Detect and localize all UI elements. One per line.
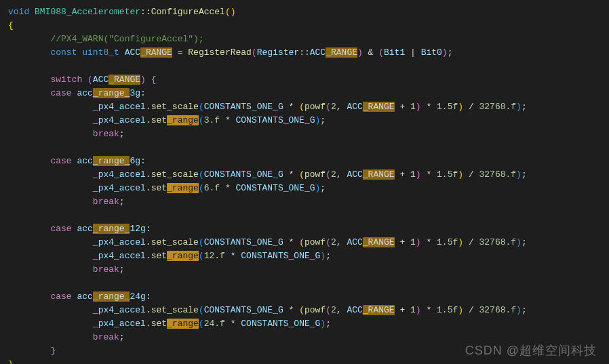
search-highlight: _RANGE bbox=[109, 75, 140, 85]
code-line: const uint8_t ACC_RANGE = RegisterRead(R… bbox=[8, 46, 609, 60]
search-highlight: _RANGE bbox=[363, 305, 395, 315]
code-line: _px4_accel.set_scale(CONSTANTS_ONE_G * (… bbox=[8, 168, 609, 182]
search-highlight-current: _range bbox=[167, 115, 199, 125]
code-line: switch (ACC_RANGE) { bbox=[8, 73, 609, 87]
code-line: //PX4_WARN("ConfigureAccel"); bbox=[8, 33, 609, 46]
code-line: _px4_accel.set_scale(CONSTANTS_ONE_G * (… bbox=[8, 304, 609, 317]
code-line: case acc_range_12g: bbox=[8, 222, 609, 236]
code-line: break; bbox=[8, 331, 609, 344]
search-highlight: _range_ bbox=[93, 156, 130, 166]
search-highlight-current: _range bbox=[167, 183, 199, 193]
code-editor[interactable]: void BMI088_Accelerometer::ConfigureAcce… bbox=[8, 5, 609, 364]
code-line: case acc_range_24g: bbox=[8, 290, 609, 304]
code-line: _px4_accel.set_scale(CONSTANTS_ONE_G * (… bbox=[8, 100, 609, 114]
search-highlight: _RANGE bbox=[140, 47, 172, 58]
search-highlight: _RANGE bbox=[363, 102, 395, 112]
code-line: void BMI088_Accelerometer::ConfigureAcce… bbox=[8, 5, 609, 19]
code-line bbox=[8, 277, 609, 290]
code-line: break; bbox=[8, 263, 609, 277]
code-line: case acc_range_6g: bbox=[8, 155, 609, 168]
code-line: _px4_accel.set_range(3.f * CONSTANTS_ONE… bbox=[8, 114, 609, 127]
code-line: break; bbox=[8, 127, 609, 141]
code-line: _px4_accel.set_range(12.f * CONSTANTS_ON… bbox=[8, 249, 609, 263]
search-highlight: _range_ bbox=[93, 224, 130, 234]
code-line bbox=[8, 209, 609, 222]
code-line: break; bbox=[8, 195, 609, 209]
code-line: case acc_range_3g: bbox=[8, 87, 609, 100]
code-line: } bbox=[8, 358, 609, 364]
search-highlight: _range_ bbox=[93, 291, 130, 302]
code-line: _px4_accel.set_range(24.f * CONSTANTS_ON… bbox=[8, 317, 609, 331]
code-line: { bbox=[8, 19, 609, 33]
watermark: CSDN @超维空间科技 bbox=[465, 344, 597, 357]
search-highlight: _range_ bbox=[93, 88, 130, 98]
code-line: _px4_accel.set_scale(CONSTANTS_ONE_G * (… bbox=[8, 236, 609, 249]
search-highlight: _RANGE bbox=[363, 237, 395, 247]
code-line bbox=[8, 60, 609, 73]
search-highlight-current: _range bbox=[167, 251, 199, 261]
search-highlight: _RANGE bbox=[326, 47, 357, 58]
code-line bbox=[8, 141, 609, 155]
code-line: _px4_accel.set_range(6.f * CONSTANTS_ONE… bbox=[8, 182, 609, 195]
search-highlight: _RANGE bbox=[363, 169, 395, 180]
search-highlight-current: _range bbox=[167, 319, 199, 329]
